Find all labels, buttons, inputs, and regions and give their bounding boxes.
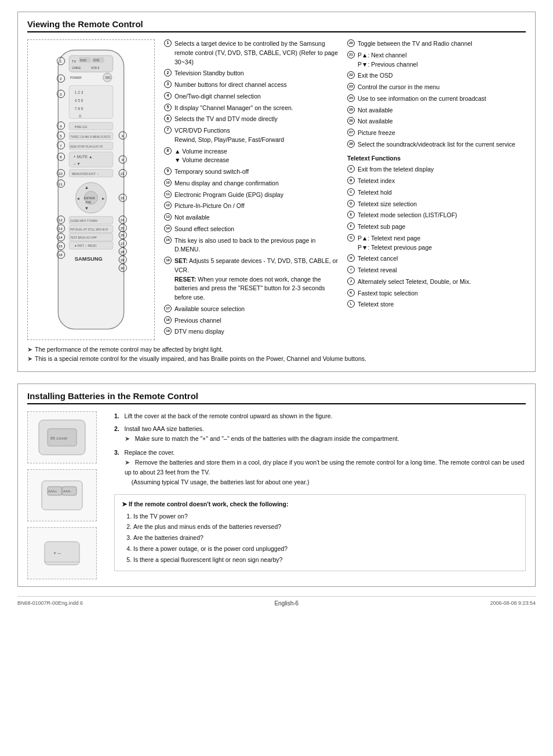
ann-item-9: 9 Temporary sound switch-off [164, 167, 343, 177]
svg-text:▲: ▲ [85, 185, 89, 190]
svg-text:CABLE: CABLE [72, 67, 81, 70]
teletext-num-d: D [347, 200, 355, 207]
section1-title: Viewing the Remote Control [27, 19, 526, 32]
ann-text-20: Toggle between the TV and Radio channel [358, 39, 526, 49]
svg-text:TEXT  BACK  ALT  APP: TEXT BACK ALT APP [70, 236, 97, 239]
svg-rect-103 [45, 542, 79, 565]
note-1: ➤ The performance of the remote control … [27, 346, 526, 353]
svg-text:9: 9 [122, 158, 123, 162]
annotation-col1: 1 Selects a target device to be controll… [164, 39, 343, 340]
ann-text-22: Exit the OSD [358, 71, 526, 81]
ann-item-19: 19 DTV menu display [164, 327, 343, 337]
teletext-item-i: I Teletext reveal [347, 266, 526, 275]
svg-text:AAA-: AAA- [63, 490, 71, 493]
teletext-item-k: K Fastext topic selection [347, 289, 526, 298]
svg-text:16: 16 [59, 253, 62, 257]
ann-item-28: 28 Select the soundtrack/videotrack list… [347, 140, 526, 149]
teletext-item-f: F Teletext sub page [347, 222, 526, 232]
arrow-icon-2: ➤ [27, 355, 32, 363]
svg-text:2: 2 [60, 77, 61, 81]
svg-text:MENU/OSD       EXIT →: MENU/OSD EXIT → [72, 172, 99, 176]
ann-item-5: 5 It display "Channel Manager" on the sc… [164, 104, 343, 113]
svg-text:REW  STOP PLAY/LIST  FF: REW STOP PLAY/LIST FF [70, 145, 103, 148]
ann-text-19: DTV menu display [174, 327, 343, 337]
ann-text-8: ▲ Volume increase▼ Volume decrease [174, 147, 343, 166]
ann-num-24: 24 [347, 94, 355, 102]
svg-text:4  5  6: 4 5 6 [75, 98, 83, 103]
svg-text:7: 7 [60, 144, 61, 148]
installing-batteries-section: Installing Batteries in the Remote Contr… [17, 384, 536, 587]
ann-num-8: 8 [164, 147, 172, 155]
ann-text-11: Electronic Program Guide (EPG) display [174, 191, 343, 200]
svg-text:POWER: POWER [70, 76, 82, 79]
warning-box: ➤ If the remote control doesn't work, ch… [114, 494, 526, 571]
svg-text:12: 12 [59, 218, 62, 222]
svg-rect-98 [42, 481, 82, 510]
ann-item-18: 18 Previous channel [164, 316, 343, 326]
svg-text:–        ▼: – ▼ [74, 162, 81, 166]
svg-text:8: 8 [60, 155, 61, 159]
warning-title: ➤ If the remote control doesn't work, ch… [122, 499, 518, 509]
step-3-note: ➤ Remove the batteries and store them in… [125, 458, 526, 487]
teletext-item-c: C Teletext hold [347, 188, 526, 198]
ann-num-2: 2 [164, 69, 172, 76]
ann-text-3: Number buttons for direct channel access [174, 81, 343, 90]
battery-images-area: lift cover AAA+ AAA- + – [27, 411, 103, 579]
teletext-num-l: L [347, 300, 355, 308]
ann-item-21: 21 P▲: Next channelP▼: Previous channel [347, 51, 526, 70]
note-text-1: The performance of the remote control ma… [35, 346, 223, 353]
ann-num-26: 26 [347, 117, 355, 125]
ann-text-7: VCR/DVD FunctionsRewind, Stop, Play/Paus… [174, 126, 343, 145]
svg-text:PRE-CH: PRE-CH [75, 125, 88, 129]
teletext-num-i: I [347, 266, 355, 273]
ann-text-28: Select the soundtrack/videotrack list fo… [358, 140, 526, 149]
batteries-content: lift cover AAA+ AAA- + – [27, 411, 526, 579]
ann-text-9: Temporary sound switch-off [174, 167, 343, 177]
ann-text-17: Available source selection [174, 305, 343, 314]
svg-text:11: 11 [59, 182, 62, 186]
ann-item-2: 2 Television Standby button [164, 69, 343, 78]
warning-list: Is the TV power on? Are the plus and min… [122, 512, 518, 565]
svg-text:0: 0 [79, 114, 81, 118]
svg-text:DVD: DVD [80, 59, 86, 62]
ann-text-24: Use to see information on the current br… [358, 94, 526, 104]
ann-num-13: 13 [164, 213, 172, 221]
teletext-num-c: C [347, 188, 355, 196]
svg-text:6: 6 [122, 134, 123, 138]
teletext-item-e: E Teletext mode selection (LIST/FLOF) [347, 211, 526, 220]
teletext-text-g: P▲: Teletext next pageP▼: Teletext previ… [358, 234, 526, 253]
battery-diagram-svg: + – [33, 530, 91, 576]
footer-left: BN68-01007R-00Eng.indd 6 [17, 600, 83, 606]
ann-text-2: Television Standby button [174, 69, 343, 78]
ann-item-25: 25 Not available [347, 106, 526, 115]
ann-item-17: 17 Available source selection [164, 305, 343, 314]
svg-text:30: 30 [121, 266, 124, 270]
warning-item-5: Is there a special fluorescent light or … [133, 555, 518, 565]
ann-text-21: P▲: Next channelP▼: Previous channel [358, 51, 526, 70]
teletext-item-j: J Alternately select Teletext, Double, o… [347, 277, 526, 287]
teletext-text-f: Teletext sub page [358, 222, 526, 232]
ann-item-20: 20 Toggle between the TV and Radio chann… [347, 39, 526, 49]
battery-install-svg: AAA+ AAA- [33, 472, 91, 518]
svg-text:4: 4 [60, 125, 61, 128]
svg-text:25: 25 [121, 227, 124, 230]
ann-num-9: 9 [164, 167, 172, 175]
svg-text:VCR.S: VCR.S [91, 67, 99, 70]
note-2: ➤ This is a special remote control for t… [27, 355, 526, 363]
ann-item-26: 26 Not available [347, 117, 526, 126]
teletext-num-f: F [347, 222, 355, 230]
annotation-col2: 20 Toggle between the TV and Radio chann… [347, 39, 526, 340]
teletext-num-b: B [347, 177, 355, 184]
battery-img-1: lift cover [27, 411, 97, 463]
footer-center: English-6 [274, 600, 299, 607]
ann-text-15: This key is also used to back to the pre… [174, 236, 343, 255]
teletext-text-l: Teletext store [358, 300, 526, 309]
ann-num-6: 6 [164, 115, 172, 122]
teletext-title: Teletext Functions [347, 154, 526, 163]
section2-title: Installing Batteries in the Remote Contr… [27, 391, 526, 404]
ann-item-22: 22 Exit the OSD [347, 71, 526, 81]
ann-text-27: Picture freeze [358, 129, 526, 138]
teletext-item-h: H Teletext cancel [347, 254, 526, 264]
section1-content: TV DVD STB CABLE VCR.S POWER SRC 1 [27, 39, 526, 340]
ann-num-15: 15 [164, 236, 172, 244]
